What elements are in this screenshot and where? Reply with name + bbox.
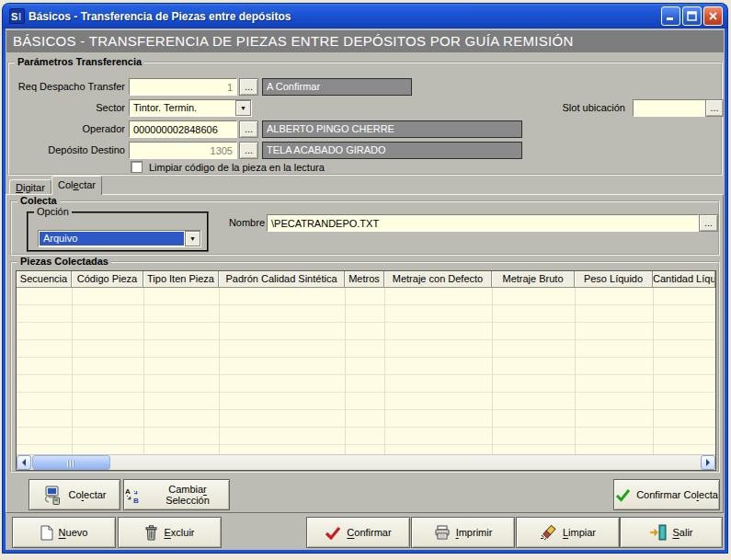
groupbox-colecta: Colecta Opción Arquivo ▼ Nombre ...	[10, 200, 720, 256]
cambiar-seleccion-button[interactable]: A B Cambiar Selección	[123, 479, 230, 510]
scanner-device-icon	[43, 486, 63, 505]
grid-column-header[interactable]: Padrón Calidad Sintética	[219, 271, 345, 288]
app-icon: S I	[9, 8, 25, 24]
groupbox-colecta-label: Colecta	[17, 195, 60, 206]
minimize-button[interactable]	[661, 6, 680, 26]
tab-digitar[interactable]: Digitar	[9, 179, 51, 195]
scroll-grip-icon	[67, 460, 75, 467]
salir-button-label: Salir	[672, 527, 692, 538]
groupbox-opcion-label: Opción	[34, 206, 72, 217]
grid-column-separator	[72, 288, 73, 456]
printer-icon	[434, 525, 451, 540]
grid-column-separator	[219, 288, 220, 456]
operador-status: ALBERTO PINGO CHERRE	[262, 120, 522, 138]
grid-column-separator	[143, 288, 144, 456]
grid-row-empty	[17, 428, 715, 445]
req-despacho-label: Req Despacho Transfer	[13, 78, 125, 96]
grid-horizontal-scrollbar[interactable]	[17, 454, 715, 470]
groupbox-parametros: Parámetros Transferencia Req Despacho Tr…	[7, 62, 723, 176]
page-title: BÁSICOS - TRANSFERENCIA DE PIEZAS ENTRE …	[6, 30, 724, 52]
salir-button[interactable]: Salir	[620, 517, 723, 548]
app-window: S I Básicos - Transferencia de Piezas en…	[3, 4, 727, 553]
grid-column-header[interactable]: Secuencia	[17, 271, 72, 288]
grid-column-header[interactable]: Metraje con Defecto	[384, 271, 492, 288]
svg-text:S: S	[11, 11, 17, 22]
grid-column-header[interactable]: Cantidad Líquida	[653, 271, 715, 288]
groupbox-parametros-label: Parámetros Transferencia	[15, 56, 144, 67]
limpiar-codigo-label: Limpiar código de la pieza en la lectura	[149, 161, 325, 174]
imprimir-button[interactable]: Imprimir	[411, 517, 515, 548]
colectar-button[interactable]: Colectar	[29, 479, 120, 510]
grid-column-separator	[384, 288, 385, 456]
chevron-down-icon[interactable]: ▼	[185, 231, 200, 246]
req-despacho-status: A Confirmar	[262, 78, 412, 96]
deposito-label: Depósito Destino	[13, 142, 125, 159]
slot-input[interactable]	[633, 99, 706, 117]
nombre-input[interactable]	[267, 214, 699, 232]
window-title: Básicos - Transferencia de Piezas entre …	[29, 10, 661, 23]
svg-text:A: A	[125, 487, 131, 496]
req-despacho-browse-button[interactable]: ...	[239, 78, 258, 96]
maximize-icon	[687, 11, 697, 21]
grid-row-empty	[17, 340, 715, 358]
scroll-left-button[interactable]	[17, 455, 31, 470]
piezas-grid: SecuenciaCódigo PiezaTipo Iten PiezaPadr…	[16, 270, 716, 471]
grid-column-separator	[575, 288, 576, 456]
grid-row-empty	[17, 323, 715, 340]
slot-browse-button[interactable]: ...	[705, 99, 724, 117]
grid-row-empty	[17, 288, 715, 305]
scroll-thumb[interactable]	[32, 455, 110, 470]
svg-text:B: B	[133, 497, 139, 504]
nuevo-button[interactable]: Nuevo	[12, 517, 116, 548]
confirmar-colecta-button[interactable]: Confirmar Colecta	[613, 479, 720, 510]
operador-input[interactable]	[129, 120, 237, 138]
groupbox-piezas-colectadas: Piezas Colectadas SecuenciaCódigo PiezaT…	[10, 261, 720, 473]
grid-column-header[interactable]: Metros	[345, 271, 384, 288]
nombre-browse-button[interactable]: ...	[699, 214, 718, 232]
grid-body[interactable]	[17, 288, 715, 456]
operador-browse-button[interactable]: ...	[239, 120, 258, 138]
req-despacho-input[interactable]	[129, 78, 237, 96]
grid-row-empty	[17, 410, 715, 428]
opcion-selected-value: Arquivo	[40, 232, 184, 246]
swap-ab-icon: A B	[124, 486, 141, 504]
grid-column-separator	[492, 288, 493, 456]
deposito-browse-button[interactable]: ...	[239, 142, 258, 159]
green-check-icon	[615, 488, 631, 502]
grid-column-separator	[345, 288, 346, 456]
groupbox-piezas-label: Piezas Colectadas	[17, 256, 111, 267]
scroll-right-button[interactable]	[701, 455, 715, 470]
close-button[interactable]	[703, 6, 723, 26]
opcion-combobox[interactable]: Arquivo ▼	[38, 230, 201, 247]
new-page-icon	[40, 525, 53, 541]
sector-value: Tintor. Termin.	[130, 100, 235, 116]
maximize-button[interactable]	[682, 6, 702, 26]
confirmar-button[interactable]: Confirmar	[306, 517, 410, 548]
limpiar-codigo-checkbox[interactable]	[131, 161, 143, 173]
nombre-label: Nombre	[223, 214, 265, 232]
grid-row-empty	[17, 305, 715, 323]
slot-label: Slot ubicación	[533, 99, 625, 117]
groupbox-opcion: Opción Arquivo ▼	[27, 211, 209, 252]
grid-row-empty	[17, 375, 715, 393]
grid-column-header[interactable]: Código Pieza	[72, 271, 143, 288]
grid-column-header[interactable]: Tipo Iten Pieza	[143, 271, 219, 288]
scroll-right-icon	[706, 459, 714, 466]
imprimir-button-label: Imprimir	[456, 527, 493, 538]
grid-column-header[interactable]: Metraje Bruto	[492, 271, 575, 288]
minimize-icon	[666, 11, 676, 21]
colectar-button-label: Colectar	[69, 489, 107, 500]
excluir-button[interactable]: Excluir	[118, 517, 222, 548]
limpiar-button[interactable]: Limpiar	[516, 517, 620, 548]
red-check-icon	[325, 526, 341, 540]
tab-colectar[interactable]: Colectar	[51, 176, 102, 195]
sector-label: Sector	[13, 99, 125, 117]
chevron-down-icon[interactable]: ▼	[235, 100, 251, 116]
deposito-status: TELA ACABADO GIRADO	[262, 142, 522, 159]
nuevo-button-label: Nuevo	[59, 527, 88, 538]
deposito-input[interactable]	[129, 142, 237, 159]
grid-column-header[interactable]: Peso Líquido	[575, 271, 653, 288]
sector-combobox[interactable]: Tintor. Termin. ▼	[129, 99, 252, 117]
grid-header: SecuenciaCódigo PiezaTipo Iten PiezaPadr…	[17, 271, 715, 288]
grid-row-empty	[17, 358, 715, 375]
